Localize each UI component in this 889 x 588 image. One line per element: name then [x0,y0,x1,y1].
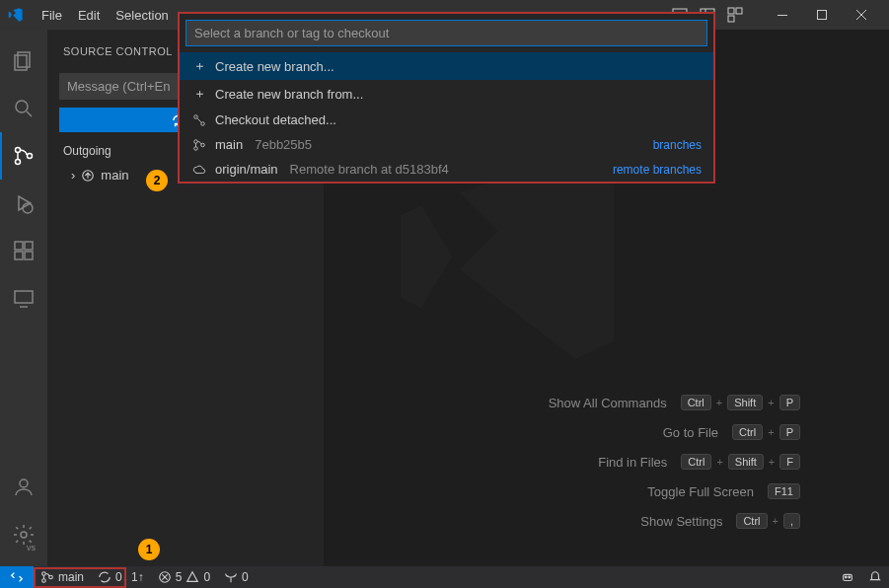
svg-point-13 [16,101,28,112]
hint-settings: Show SettingsCtrl+, [549,513,800,529]
svg-point-42 [194,146,198,150]
svg-point-15 [16,148,21,153]
annotation-callout-1: 1 [138,539,160,560]
vscode-logo-icon [8,7,24,23]
svg-point-17 [28,154,33,159]
search-tab[interactable] [0,85,47,132]
svg-rect-7 [778,15,787,16]
hint-fullscreen: Toggle Full ScreenF11 [549,483,800,499]
settings-gear-icon[interactable]: vs [0,511,47,558]
plus-icon: ＋ [191,57,207,75]
dropdown-checkout-detached[interactable]: Checkout detached... [180,108,713,132]
hint-show-commands: Show All CommandsCtrl+Shift+P [549,395,800,410]
extensions-tab[interactable] [0,227,47,274]
activity-bar: vs [0,30,47,566]
menu-selection[interactable]: Selection [108,8,176,23]
minimize-button[interactable] [763,0,802,30]
svg-rect-22 [15,252,23,259]
branch-picker-dropdown: Select a branch or tag to checkout ＋Crea… [178,12,715,184]
annotation-callout-2: 2 [146,170,168,191]
status-bar: main 0↓ 1↑ 5 0 0 [0,566,889,588]
notifications-status[interactable] [861,566,889,588]
plus-icon: ＋ [191,85,207,103]
error-icon [158,570,172,584]
source-control-tab[interactable] [0,132,47,180]
svg-point-39 [194,114,198,118]
svg-rect-6 [728,16,734,22]
svg-point-37 [845,576,847,578]
dropdown-create-branch-from[interactable]: ＋Create new branch from... [180,80,713,108]
bell-icon [868,570,882,584]
welcome-hints: Show All CommandsCtrl+Shift+P Go to File… [549,395,800,543]
warning-icon [185,570,199,584]
ports-status[interactable]: 0 [217,566,256,588]
hint-find-files: Find in FilesCtrl+Shift+F [549,454,800,470]
explorer-tab[interactable] [0,37,47,85]
svg-rect-4 [728,8,734,14]
maximize-button[interactable] [802,0,842,30]
svg-rect-21 [25,242,33,250]
hint-go-to-file: Go to FileCtrl+P [549,424,800,440]
menu-edit[interactable]: Edit [70,8,108,23]
svg-point-16 [16,160,21,165]
svg-rect-23 [25,252,33,259]
remote-tab[interactable] [0,274,47,322]
layout-customize-icon[interactable] [727,7,743,23]
svg-rect-20 [15,242,23,250]
copilot-icon [841,570,854,584]
antenna-icon [224,570,238,584]
chevron-right-icon: › [71,168,75,183]
svg-point-43 [201,143,205,147]
dropdown-branch-main[interactable]: main7ebb25b5branches [180,132,713,157]
copilot-status[interactable] [834,566,861,588]
dropdown-create-branch[interactable]: ＋Create new branch... [180,52,713,80]
svg-point-38 [849,576,851,578]
account-icon[interactable] [0,464,47,511]
svg-point-26 [20,479,28,487]
svg-point-27 [21,532,27,538]
svg-point-41 [194,139,198,143]
debug-tab[interactable] [0,180,47,227]
svg-rect-8 [818,11,827,20]
svg-point-40 [201,121,205,125]
branch-icon [191,138,207,152]
dropdown-branch-origin-main[interactable]: origin/mainRemote branch at d5183bf4remo… [180,157,713,182]
svg-line-14 [27,111,32,116]
svg-rect-24 [15,291,33,303]
branch-picker-input[interactable]: Select a branch or tag to checkout [185,20,707,46]
close-button[interactable] [842,0,881,30]
errors-status[interactable]: 5 0 [151,566,217,588]
cloud-icon [191,163,207,177]
menu-file[interactable]: File [34,8,70,23]
svg-rect-5 [736,8,742,14]
remote-indicator[interactable] [0,566,34,588]
svg-marker-35 [187,572,198,582]
detached-icon [191,113,207,127]
upload-icon [81,169,95,183]
annotation-highlight-statusbar [34,567,126,588]
